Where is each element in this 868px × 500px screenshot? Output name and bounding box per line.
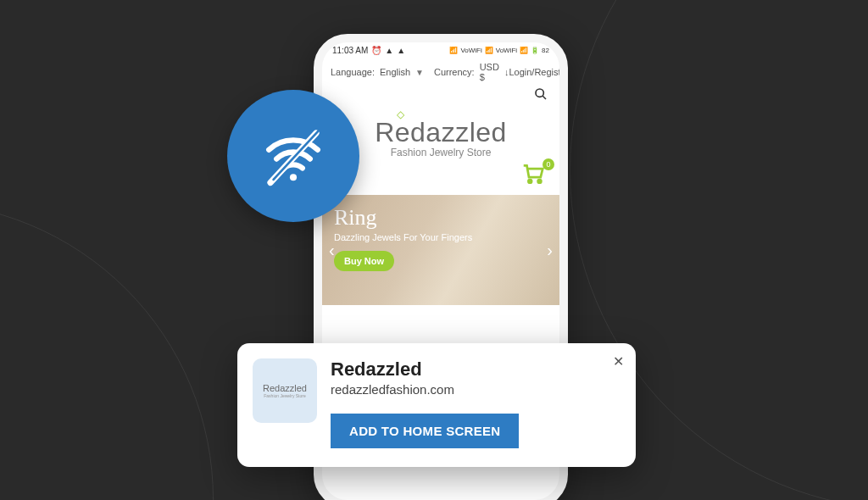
hero-subtitle: Dazzling Jewels For Your Fingers: [334, 232, 548, 242]
app-icon-sub: Fashion Jewelry Store: [264, 393, 305, 398]
cart-count-badge: 0: [542, 158, 554, 170]
carousel-prev-icon[interactable]: ‹: [329, 241, 335, 260]
language-label: Language:: [331, 67, 375, 77]
add-to-home-button[interactable]: ADD TO HOME SCREEN: [331, 414, 519, 448]
status-bar: 11:03 AM ⏰ ▲ ▲ 📶 VoWiFi 📶 VoWiFi 📶 🔋 82: [322, 42, 559, 58]
buy-now-button[interactable]: Buy Now: [334, 251, 394, 271]
svg-line-1: [542, 96, 546, 99]
top-bar: Language: English ▼ Currency: USD $ ↓Log…: [322, 58, 559, 86]
vowifi-icon: VoWiFi: [460, 47, 481, 54]
login-link[interactable]: ↓Login/Register: [504, 67, 568, 77]
wifi-icon: 📶: [520, 47, 528, 54]
app-icon-title: Redazzled: [263, 383, 307, 393]
alarm-icon: ⏰: [371, 46, 381, 55]
offline-badge: [227, 90, 359, 222]
svg-point-3: [538, 180, 542, 183]
status-time: 11:03 AM: [332, 46, 368, 55]
logo-letter-accent: e: [395, 117, 410, 147]
carousel-next-icon[interactable]: ›: [547, 241, 553, 260]
language-selector[interactable]: English: [380, 67, 410, 77]
currency-label: Currency:: [434, 67, 475, 77]
add-to-home-dialog: ✕ Redazzled Fashion Jewelry Store Redazz…: [237, 343, 636, 467]
warning-icon: ▲: [385, 46, 393, 55]
svg-point-0: [536, 89, 543, 97]
dialog-app-name: Redazzled: [331, 358, 620, 381]
close-icon: ✕: [613, 354, 624, 369]
chevron-down-icon[interactable]: ▼: [415, 68, 424, 77]
warning-icon: ▲: [397, 46, 405, 55]
signal-icon: 📶: [449, 47, 458, 54]
hero-banner: Ring Dazzling Jewels For Your Fingers Bu…: [322, 195, 559, 305]
svg-point-4: [290, 174, 297, 181]
logo-letter: R: [375, 117, 395, 147]
svg-point-2: [528, 180, 531, 183]
hero-title: Ring: [334, 205, 548, 231]
search-icon[interactable]: [534, 87, 548, 105]
signal-icon: 📶: [485, 47, 493, 54]
cart-button[interactable]: 0: [520, 162, 546, 190]
app-icon: Redazzled Fashion Jewelry Store: [253, 358, 317, 423]
vowifi-icon: VoWiFi: [496, 47, 517, 54]
close-button[interactable]: ✕: [613, 353, 624, 369]
currency-selector[interactable]: USD $: [480, 62, 499, 82]
battery-icon: 🔋: [531, 47, 539, 54]
logo-rest: dazzled: [410, 117, 507, 147]
wifi-off-icon: [255, 118, 331, 194]
battery-level: 82: [542, 47, 549, 54]
dialog-domain: redazzledfashion.com: [331, 382, 620, 397]
